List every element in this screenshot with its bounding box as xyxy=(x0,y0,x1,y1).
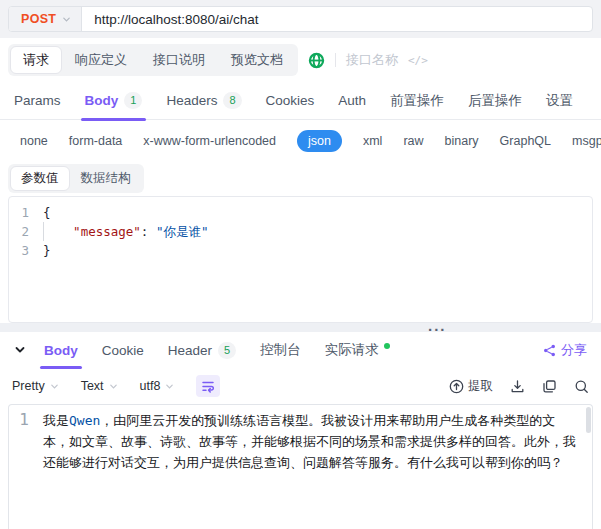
body-type-none[interactable]: none xyxy=(20,134,48,148)
pane-resize-divider[interactable]: ... xyxy=(0,323,601,332)
view-type-select[interactable]: Text xyxy=(81,379,118,393)
tab-console[interactable]: 控制台 xyxy=(260,332,301,368)
body-type-xml[interactable]: xml xyxy=(363,134,382,148)
response-toolbar-actions: 提取 xyxy=(449,378,589,395)
url-input[interactable]: http://localhost:8080/ai/chat xyxy=(82,7,592,31)
url-input-group: POST http://localhost:8080/ai/chat xyxy=(8,6,593,32)
chevron-down-icon xyxy=(165,382,174,391)
tab-pre-request[interactable]: 前置操作 xyxy=(390,82,444,120)
word-wrap-icon xyxy=(201,379,215,393)
tab-auth[interactable]: Auth xyxy=(338,82,366,120)
scrollbar-thumb[interactable] xyxy=(586,407,591,433)
model-name: Qwen xyxy=(69,413,100,428)
tab-params[interactable]: Params xyxy=(14,82,61,120)
chevron-down-icon xyxy=(62,15,71,24)
body-type-form-data[interactable]: form-data xyxy=(69,134,123,148)
doc-tabs: 请求 响应定义 接口说明 预览文档 xyxy=(8,44,298,76)
method-label: POST xyxy=(21,12,56,26)
tab-preview-docs[interactable]: 预览文档 xyxy=(218,46,296,74)
tab-post-request[interactable]: 后置操作 xyxy=(468,82,522,120)
response-tabs-row: Body Cookie Header5 控制台 实际请求 分享 xyxy=(0,332,601,368)
body-type-msgpack[interactable]: msgpack xyxy=(572,134,601,148)
collapse-chevron-icon[interactable] xyxy=(14,344,26,356)
doc-tabs-row: 请求 响应定义 接口说明 预览文档 接口名称 </> xyxy=(0,38,601,82)
status-dot xyxy=(384,343,390,349)
tab-response-definition[interactable]: 响应定义 xyxy=(62,46,140,74)
headers-count-badge: 8 xyxy=(223,92,241,109)
code-line: 1 { xyxy=(9,203,592,222)
word-wrap-button[interactable] xyxy=(196,375,220,397)
body-type-json[interactable]: json xyxy=(297,130,342,152)
code-line: 3 } xyxy=(9,241,592,260)
divider xyxy=(335,53,336,67)
request-url-bar: POST http://localhost:8080/ai/chat xyxy=(0,0,601,38)
chevron-down-icon xyxy=(50,382,59,391)
body-type-row: none form-data x-www-form-urlencoded jso… xyxy=(0,120,601,162)
tab-body[interactable]: Body1 xyxy=(85,82,143,120)
tab-api-description[interactable]: 接口说明 xyxy=(140,46,218,74)
json-editor[interactable]: 1 { 2 "message": "你是谁" 3 } xyxy=(8,196,593,323)
search-icon[interactable] xyxy=(574,379,589,394)
tab-data-structure[interactable]: 数据结构 xyxy=(70,166,142,191)
tab-settings[interactable]: 设置 xyxy=(546,82,573,120)
extract-button[interactable]: 提取 xyxy=(449,378,493,395)
share-button[interactable]: 分享 xyxy=(543,341,587,359)
response-body-viewer[interactable]: 1 我是Qwen，由阿里云开发的预训练练语言模型。我被设计用来帮助用户生成各种类… xyxy=(8,404,593,529)
tab-actual-request[interactable]: 实际请求 xyxy=(325,332,390,368)
line-number: 3 xyxy=(9,241,43,260)
body-type-raw[interactable]: raw xyxy=(403,134,423,148)
api-client-window: POST http://localhost:8080/ai/chat 请求 响应… xyxy=(0,0,601,529)
encoding-select[interactable]: utf8 xyxy=(140,379,175,393)
body-type-binary[interactable]: binary xyxy=(445,134,479,148)
tab-request[interactable]: 请求 xyxy=(10,46,62,74)
share-nodes-icon xyxy=(543,344,556,357)
code-line: 2 "message": "你是谁" xyxy=(9,222,592,241)
download-icon[interactable] xyxy=(510,379,525,394)
tab-response-cookie[interactable]: Cookie xyxy=(102,332,144,368)
copy-icon[interactable] xyxy=(542,379,557,394)
body-type-urlencoded[interactable]: x-www-form-urlencoded xyxy=(143,134,276,148)
format-select[interactable]: Pretty xyxy=(12,379,59,393)
tab-response-header[interactable]: Header5 xyxy=(168,332,236,368)
chevron-down-icon xyxy=(109,382,118,391)
editor-tabs-row: 参数值 数据结构 xyxy=(0,162,601,194)
line-number: 1 xyxy=(9,410,43,529)
response-toolbar: Pretty Text utf8 提取 xyxy=(0,368,601,404)
line-number: 2 xyxy=(9,222,43,241)
url-value: http://localhost:8080/ai/chat xyxy=(94,12,258,27)
request-tabs-row: Params Body1 Headers8 Cookies Auth 前置操作 … xyxy=(0,82,601,120)
drag-handle-icon[interactable]: ... xyxy=(428,317,447,334)
response-text: 我是Qwen，由阿里云开发的预训练练语言模型。我被设计用来帮助用户生成各种类型的… xyxy=(43,410,592,529)
tab-cookies[interactable]: Cookies xyxy=(266,82,315,120)
method-select[interactable]: POST xyxy=(9,7,82,31)
tab-response-body[interactable]: Body xyxy=(44,332,78,368)
globe-icon[interactable] xyxy=(308,52,325,69)
tab-parameter-value[interactable]: 参数值 xyxy=(10,166,70,191)
api-name-field[interactable]: 接口名称 xyxy=(346,51,398,69)
code-brackets-icon: </> xyxy=(408,54,428,67)
extract-icon xyxy=(449,379,464,394)
tab-headers[interactable]: Headers8 xyxy=(166,82,241,120)
body-type-graphql[interactable]: GraphQL xyxy=(500,134,551,148)
body-count-badge: 1 xyxy=(124,92,142,109)
header-count-badge: 5 xyxy=(218,342,236,359)
indent-guide xyxy=(43,222,44,241)
editor-tabs: 参数值 数据结构 xyxy=(8,164,144,193)
line-number: 1 xyxy=(9,203,43,222)
